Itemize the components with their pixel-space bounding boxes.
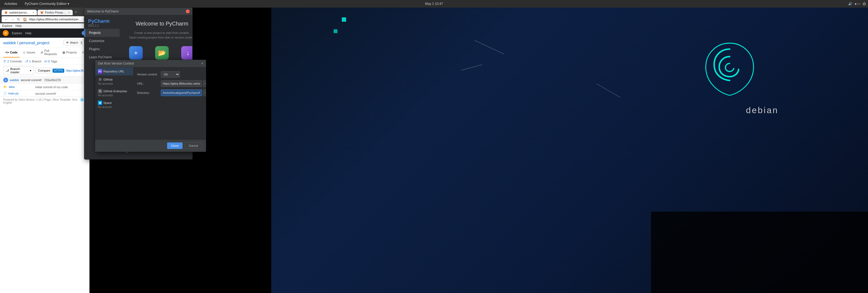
tab-code[interactable]: <> Code xyxy=(3,48,20,58)
repo-title[interactable]: waldek / personal_project xyxy=(3,40,50,45)
bookmark-explore[interactable]: Explore xyxy=(2,24,12,27)
wifi-icon: ●○○ xyxy=(855,2,860,6)
tab2-close-btn[interactable]: × xyxy=(68,11,70,14)
sound-icon[interactable]: 🔊 xyxy=(848,2,852,6)
gitea-logo: G xyxy=(3,30,9,36)
tab-issues[interactable]: ⚠ Issues xyxy=(21,48,37,58)
vcs-dialog-sidebar: PC Repository URL ⬡ GitHub No accounts ⬡… xyxy=(95,67,133,140)
issues-icon: ⚠ xyxy=(23,51,26,54)
vcs-sidebar-repo-url[interactable]: PC Repository URL xyxy=(95,67,133,76)
commits-icon: ⏱ xyxy=(3,60,6,63)
branch-icon: ⎇ xyxy=(25,59,28,63)
repo-name[interactable]: personal_project xyxy=(19,40,50,45)
eye-icon: 👁 xyxy=(66,41,69,44)
debian-label: debian xyxy=(746,105,778,115)
vcs-sidebar-space[interactable]: ◉ Space No account xyxy=(95,99,133,110)
repo-header: waldek / personal_project 👁 Watch 1 xyxy=(0,38,89,48)
back-btn[interactable]: ← xyxy=(4,17,9,22)
vcs-dialog-title: Get from Version Control xyxy=(98,62,134,65)
url-dropdown-btn[interactable]: ▾ xyxy=(203,80,206,87)
repo-tabs: <> Code ⚠ Issues ⇄ Pull Requests ▦ Proje… xyxy=(0,48,89,58)
pycharm-logo-area: PyCharm 2021.1.1 xyxy=(84,15,120,29)
branch-select[interactable]: ⎇ Branch: master ▾ xyxy=(3,66,34,75)
watch-count: 1 xyxy=(79,41,84,44)
repo-toolbar: ⎇ Branch: master ▾ Compare HTTPS https:/… xyxy=(0,65,89,77)
tab-projects[interactable]: ▦ Projects xyxy=(60,48,79,58)
vcs-dialog-main: Version control: Git Mercurial Subversio… xyxy=(133,67,206,140)
watch-button[interactable]: 👁 Watch 1 xyxy=(63,40,86,45)
power-icon: ⏻ xyxy=(863,2,866,6)
code-icon: <> xyxy=(5,51,9,54)
new-project-icon: + xyxy=(129,46,143,60)
folder-icon: 📁 xyxy=(3,85,7,88)
file-name-idea[interactable]: .idea xyxy=(8,85,14,88)
welcome-subtitle: Create a new project to start from scrat… xyxy=(129,31,192,39)
browser-window: 🦊 waldek/personal_proj... × 🦊 Firefox Pr… xyxy=(0,8,90,293)
vcs-dialog-titlebar: Get from Version Control × xyxy=(95,60,206,67)
directory-field: Directory: ▾ xyxy=(137,90,206,96)
url-input[interactable] xyxy=(161,80,202,87)
gitea-help-nav[interactable]: Help xyxy=(25,31,31,35)
vcs-dialog-close-btn[interactable]: × xyxy=(201,62,203,65)
pr-icon: ⇄ xyxy=(41,51,43,54)
bookmarks-bar: Explore Help xyxy=(0,23,89,28)
https-badge[interactable]: HTTPS xyxy=(53,69,64,73)
clone-url: https://gitea.86... xyxy=(66,69,86,72)
home-btn[interactable]: 🏠 xyxy=(22,17,28,22)
chevron-down-icon: ▾ xyxy=(30,69,31,72)
pycharm-close-btn[interactable] xyxy=(186,9,190,13)
directory-input[interactable] xyxy=(161,90,202,96)
compare-button[interactable]: Compare xyxy=(35,68,53,73)
repo-owner[interactable]: waldek xyxy=(3,40,16,45)
bookmark-help[interactable]: Help xyxy=(16,24,22,27)
commit-message: second commit! xyxy=(21,79,41,82)
file-commit-mainpy: second commit! xyxy=(32,90,89,97)
url-bar[interactable]: https://gitea.86thumbs.net/waldek/person… xyxy=(29,18,82,21)
forward-btn[interactable]: → xyxy=(10,17,15,22)
pycharm-titlebar: Welcome to PyCharm xyxy=(84,8,192,15)
branches-stat[interactable]: ⎇ 1 Branch xyxy=(25,59,41,63)
sidebar-item-projects[interactable]: Projects xyxy=(84,29,120,37)
repo-url-icon: PC xyxy=(98,69,102,74)
space-icon: ◉ xyxy=(98,101,102,105)
vcs-dialog-footer: Clone Cancel xyxy=(95,140,206,152)
github-icon: ⬡ xyxy=(98,77,102,82)
commit-hash[interactable]: 726a49e278 xyxy=(43,79,62,82)
file-commit-idea: initial commit of my code xyxy=(32,84,89,90)
welcome-heading: Welcome to PyCharm xyxy=(135,21,188,27)
projects-icon: ▦ xyxy=(62,51,65,54)
tab1-close-btn[interactable]: × xyxy=(33,11,34,14)
gitea-explore-nav[interactable]: Explore xyxy=(12,31,22,35)
version-control-select[interactable]: Git Mercurial Subversion xyxy=(161,71,180,78)
new-tab-btn[interactable]: + xyxy=(73,9,79,15)
commits-stat[interactable]: ⏱ 2 Commits xyxy=(3,59,22,63)
directory-label: Directory: xyxy=(137,91,159,94)
branch-icon: ⎇ xyxy=(6,69,9,72)
desktop-background: debian xyxy=(271,8,868,293)
commit-user[interactable]: waldek xyxy=(10,79,19,82)
directory-dropdown-btn[interactable]: ▾ xyxy=(203,90,206,96)
clone-button[interactable]: Clone xyxy=(167,142,183,149)
taskbar-activities[interactable]: Activities xyxy=(2,1,19,6)
get-from-vcs-icon: ↓ xyxy=(181,46,192,60)
gitea-topbar: G Explore Help w xyxy=(0,28,89,38)
tags-stat[interactable]: 🏷 0 Tags xyxy=(44,59,57,63)
file-icon: 📄 xyxy=(3,92,7,95)
vcs-sidebar-github-enterprise[interactable]: ⬡ GitHub Enterprise No accounts xyxy=(95,87,133,99)
taskbar-datetime: May 2 10:47 xyxy=(425,2,443,6)
sidebar-item-plugins[interactable]: Plugins xyxy=(84,45,120,53)
version-control-field: Version control: Git Mercurial Subversio… xyxy=(137,71,206,78)
vcs-sidebar-github[interactable]: ⬡ GitHub No accounts xyxy=(95,76,133,87)
file-name-mainpy[interactable]: main.py xyxy=(8,92,19,95)
taskbar-app[interactable]: PyCharm Community Edition ▾ xyxy=(23,1,71,6)
cancel-button[interactable]: Cancel xyxy=(185,142,202,149)
browser-tab-1[interactable]: 🦊 waldek/personal_proj... × xyxy=(2,10,37,15)
browser-tab-2[interactable]: 🦊 Firefox Privacy Notice – × xyxy=(37,10,73,15)
tab-pull-requests[interactable]: ⇄ Pull Requests xyxy=(38,48,59,58)
browser-chrome: 🦊 waldek/personal_proj... × 🦊 Firefox Pr… xyxy=(0,8,89,23)
sidebar-item-customize[interactable]: Customize xyxy=(84,37,120,45)
open-project-icon: 📂 xyxy=(155,46,169,60)
pycharm-window-title: Welcome to PyCharm xyxy=(87,9,119,13)
github-enterprise-icon: ⬡ xyxy=(98,89,102,93)
reload-btn[interactable]: ↻ xyxy=(16,17,21,22)
